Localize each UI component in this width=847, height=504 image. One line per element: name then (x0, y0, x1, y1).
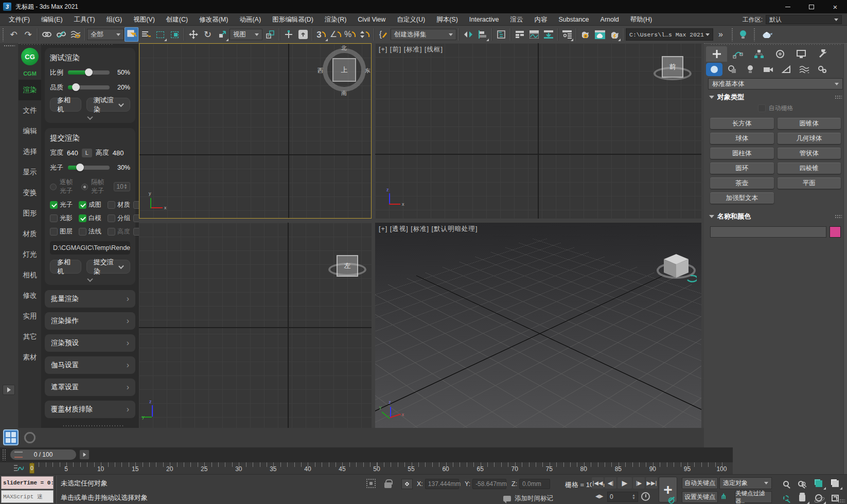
workspace-dropdown[interactable]: 默认 (766, 15, 842, 24)
toolbar-expand-button[interactable]: » (714, 27, 728, 42)
window-resize-grip[interactable] (838, 499, 845, 503)
orbit-button[interactable] (811, 491, 826, 504)
category-cameras[interactable] (760, 63, 777, 76)
close-button[interactable]: × (823, 0, 847, 13)
zoom-region-button[interactable] (778, 491, 793, 504)
slider-knob[interactable] (72, 83, 80, 91)
align-button[interactable] (475, 27, 489, 42)
schematic-view-button[interactable] (541, 27, 555, 42)
keyboard-shortcut-override-button[interactable] (296, 27, 310, 42)
scene-explorer-button[interactable] (494, 27, 508, 42)
plugin-tab-shape[interactable]: 图形 (19, 203, 41, 224)
plugin-tab-transform[interactable]: 变换 (19, 183, 41, 203)
panel-resize-grip[interactable] (62, 425, 124, 427)
redo-button[interactable]: ↷ (21, 27, 35, 42)
slider-knob[interactable] (76, 164, 84, 171)
gear-icon[interactable] (24, 432, 36, 443)
select-and-scale-button[interactable] (215, 27, 229, 42)
menu-item[interactable]: 渲染(R) (319, 13, 352, 26)
image-checkbox[interactable] (79, 201, 86, 209)
viewport-label-front[interactable]: [+] [前] [标准] [线框] (379, 45, 443, 54)
time-configuration-button[interactable] (641, 492, 650, 501)
material-checkbox[interactable] (108, 201, 115, 209)
next-frame-button[interactable]: |▶ (633, 477, 645, 489)
object-color-swatch[interactable] (830, 226, 841, 238)
test-render-button[interactable]: 测试渲染 (86, 98, 130, 112)
select-by-name-button[interactable] (139, 27, 153, 42)
menu-item[interactable]: 修改器(M) (193, 13, 234, 26)
output-path-field[interactable]: D:\CGMAGIC\Temp\Render( (50, 241, 130, 255)
menu-item[interactable]: 工具(T) (68, 13, 101, 26)
viewcube-face[interactable]: 前 (662, 56, 683, 78)
key-mode-toggle[interactable]: ◀▶ (595, 493, 603, 499)
time-slider-grip[interactable] (2, 449, 6, 460)
object-type-button[interactable]: 茶壶 (710, 177, 774, 189)
zoom-all-button[interactable] (795, 477, 810, 490)
rollout-gamma-settings[interactable]: 伽马设置 (45, 356, 135, 374)
viewport-front[interactable]: [+] [前] [标准] [线框] 前 xz (375, 43, 701, 219)
toolbar-grip[interactable] (2, 28, 5, 41)
menu-item[interactable]: 帮助(H) (625, 13, 658, 26)
curve-editor-button[interactable] (527, 27, 541, 42)
tab-utilities[interactable] (811, 46, 833, 62)
viewport-label-perspective[interactable]: [+] [透视] [标准] [默认明暗处理] (379, 225, 478, 233)
set-keys-button[interactable]: + (659, 477, 677, 502)
plugin-grip[interactable] (21, 44, 113, 45)
maximize-button[interactable] (800, 0, 823, 13)
scale-slider[interactable] (68, 70, 110, 75)
tab-display[interactable] (790, 46, 811, 62)
key-filters-button[interactable]: 关键点过滤器.. (735, 491, 772, 503)
plugin-tab-other[interactable]: 其它 (19, 327, 41, 347)
cgmagic-logo-icon[interactable]: CG (21, 48, 39, 65)
key-filters-icon[interactable]: ⋔ (720, 492, 727, 500)
named-selection-sets-dropdown[interactable]: 创建选择集 (391, 29, 456, 40)
object-type-button[interactable]: 球体 (710, 133, 774, 144)
material-editor-button[interactable] (560, 27, 574, 42)
menu-item[interactable]: Substance (553, 13, 595, 26)
shadow-checkbox[interactable] (50, 214, 58, 222)
skip-frame-photon-radio[interactable] (81, 184, 88, 190)
arnold-render-button[interactable] (760, 27, 774, 42)
menu-item[interactable]: 内容 (529, 13, 553, 26)
height-value[interactable]: 480 (113, 149, 124, 157)
layer-explorer-button[interactable] (513, 27, 526, 42)
category-helpers[interactable] (778, 63, 795, 76)
multicam-button[interactable]: 多相机 (50, 98, 81, 112)
spinner-arrows-icon[interactable]: ▲▼ (632, 494, 636, 499)
spinner-arrows-icon[interactable]: ▲▼ (123, 184, 128, 190)
collapse-card-button[interactable] (50, 116, 130, 120)
menu-item[interactable]: 文件(F) (3, 13, 36, 26)
project-folder-dropdown[interactable]: C:\Users\l…s Max 2021 (626, 28, 713, 41)
tab-create[interactable] (706, 46, 727, 62)
group-checkbox[interactable] (108, 214, 115, 222)
select-and-manipulate-button[interactable] (281, 27, 295, 42)
spinner-snap-toggle[interactable] (358, 27, 372, 42)
add-time-tag[interactable]: 添加时间标记 (503, 494, 553, 503)
width-value[interactable]: 640 (67, 149, 78, 157)
plugin-tab-material[interactable]: 材质 (19, 224, 41, 244)
plugin-tab-select[interactable]: 选择 (19, 141, 41, 162)
viewcube-top[interactable]: 上 北 西 南 东 (321, 46, 368, 94)
time-slider-step-button[interactable] (79, 449, 90, 460)
reference-coordinate-dropdown[interactable]: 视图 (230, 29, 262, 40)
menu-item[interactable]: 自定义(U) (391, 13, 431, 26)
isolate-selection-toggle[interactable] (366, 479, 376, 488)
maxscript-listener-pink[interactable]: sliderTime = 0: (1, 476, 54, 489)
absolute-mode-toggle[interactable] (401, 479, 413, 489)
plugin-tab-light[interactable]: 灯光 (19, 244, 41, 265)
select-object-button[interactable] (125, 27, 138, 42)
use-pivot-point-button[interactable]: + (263, 27, 277, 42)
light-toggle-button[interactable] (736, 27, 750, 42)
viewcube-face[interactable]: 左 (337, 255, 358, 277)
set-key-button[interactable]: 设置关键点 (682, 491, 718, 503)
slider-knob[interactable] (85, 68, 93, 76)
category-lights[interactable] (742, 63, 758, 76)
object-type-button[interactable]: 长方体 (710, 118, 774, 129)
per-frame-photon-radio[interactable] (50, 184, 57, 190)
menu-item[interactable]: 图形编辑器(D) (267, 13, 319, 26)
plugin-tab-camera[interactable]: 相机 (19, 265, 41, 285)
auto-key-button[interactable]: 自动关键点 (682, 477, 718, 489)
aspect-lock-button[interactable]: L (82, 149, 92, 157)
zoom-extents-button[interactable] (811, 477, 826, 490)
viewport-perspective[interactable]: [+] [透视] [标准] [默认明暗处理] yzx (375, 223, 701, 428)
